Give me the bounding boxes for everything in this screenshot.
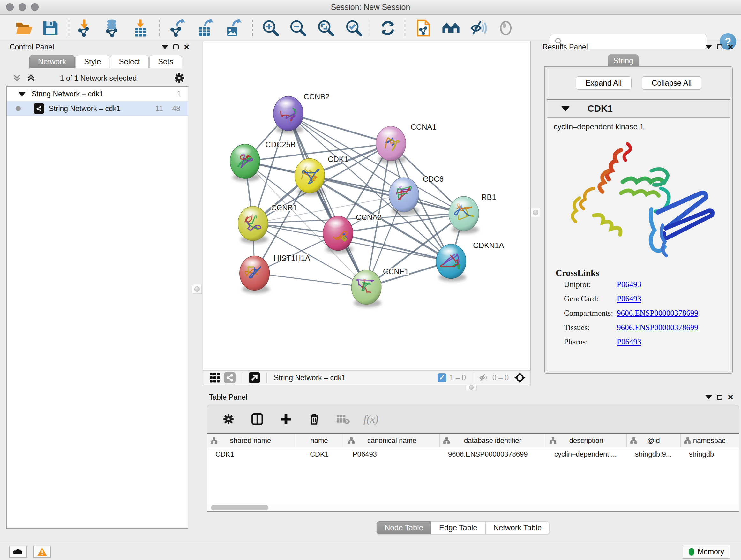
node-label-CCNB2: CCNB2 bbox=[304, 92, 329, 101]
create-column-button[interactable] bbox=[277, 413, 294, 426]
collapse-all-button[interactable]: Collapse All bbox=[642, 76, 701, 90]
show-columns-button[interactable] bbox=[249, 413, 266, 426]
node-label-RB1: RB1 bbox=[481, 193, 496, 201]
tab-string[interactable]: String bbox=[608, 54, 638, 67]
crosslink-label: Compartments: bbox=[564, 309, 617, 318]
crosslink-compartments-link[interactable]: 9606.ENSP00000378699 bbox=[617, 309, 698, 318]
collapse-triangle-icon[interactable] bbox=[18, 91, 26, 97]
table-panel-collapse-button[interactable] bbox=[703, 392, 714, 402]
network-tree: String Network – cdk1 1 String Network –… bbox=[6, 86, 188, 529]
delete-column-button[interactable] bbox=[306, 413, 323, 426]
crosslink-tissues-link[interactable]: 9606.ENSP00000378699 bbox=[617, 323, 698, 332]
delete-table-button[interactable] bbox=[334, 414, 352, 425]
column-header-canonical-name[interactable]: canonical name bbox=[344, 434, 440, 447]
memory-button[interactable]: Memory bbox=[683, 545, 730, 559]
results-panel-float-button[interactable] bbox=[714, 42, 725, 52]
column-header-name[interactable]: name bbox=[294, 434, 344, 447]
table-horizontal-scrollbar[interactable] bbox=[208, 505, 738, 510]
network-edge-CCNB2-CCNA1[interactable] bbox=[288, 114, 391, 144]
column-header-id[interactable]: @id bbox=[627, 434, 681, 447]
network-node-HIST1H1A[interactable]: HIST1H1A bbox=[240, 254, 310, 294]
open-in-string-button[interactable] bbox=[247, 372, 262, 383]
network-node-CCNE1[interactable]: CCNE1 bbox=[351, 267, 409, 307]
gene-description: cyclin–dependent kinase 1 bbox=[554, 122, 730, 131]
crosslink-uniprot-link[interactable]: P06493 bbox=[617, 280, 641, 289]
birds-eye-view-button[interactable] bbox=[512, 372, 528, 384]
zoom-in-button[interactable] bbox=[260, 17, 281, 39]
network-graph[interactable]: CCNB2CCNA1CDC25BCDK1CDC6RB1CCNB1CCNA2CDK… bbox=[203, 41, 530, 370]
file-network-app-button[interactable] bbox=[413, 17, 434, 39]
export-image-button[interactable] bbox=[223, 17, 244, 39]
network-collection-row[interactable]: String Network – cdk1 1 bbox=[7, 86, 188, 101]
tab-network[interactable]: Network bbox=[29, 55, 75, 68]
network-edge-HIST1H1A-CCNE1[interactable] bbox=[255, 273, 366, 287]
network-node-CCNB1[interactable]: CCNB1 bbox=[238, 203, 297, 244]
refresh-network-button[interactable] bbox=[377, 17, 398, 39]
import-network-file-button[interactable] bbox=[74, 17, 95, 39]
save-icon bbox=[41, 19, 59, 37]
network-node-CDC6[interactable]: CDC6 bbox=[389, 175, 444, 215]
control-panel: Control Panel × NetworkStyleSelectSets 1… bbox=[2, 42, 195, 542]
table-panel-float-button[interactable] bbox=[714, 392, 725, 402]
zoom-fit-button[interactable] bbox=[315, 17, 336, 39]
results-buttons-box: Expand All Collapse All bbox=[547, 69, 731, 98]
column-header-database-identifier[interactable]: database identifier bbox=[440, 434, 546, 447]
network-node-RB1[interactable]: RB1 bbox=[449, 193, 496, 234]
warnings-button[interactable] bbox=[33, 546, 51, 558]
import-network-database-button[interactable] bbox=[101, 17, 122, 39]
crosslink-genecard-link[interactable]: P06493 bbox=[617, 294, 641, 303]
show-graphics-button[interactable] bbox=[495, 17, 516, 39]
crosslink-pharos-link[interactable]: P06493 bbox=[617, 337, 641, 347]
control-panel-collapse-button[interactable] bbox=[159, 42, 171, 52]
column-header-shared-name[interactable]: shared name bbox=[207, 434, 294, 447]
gene-entry-header[interactable]: CDK1 bbox=[547, 100, 730, 118]
share-icon bbox=[224, 372, 235, 383]
results-panel-collapse-button[interactable] bbox=[703, 42, 714, 52]
node-label-CCNA2: CCNA2 bbox=[356, 213, 382, 222]
vertical-splitter-grip[interactable] bbox=[192, 284, 202, 294]
network-node-CDKN1A[interactable]: CDKN1A bbox=[436, 241, 504, 282]
control-panel-close-button[interactable]: × bbox=[181, 42, 192, 52]
zoom-selected-button[interactable] bbox=[343, 17, 364, 39]
column-header-description[interactable]: description bbox=[546, 434, 627, 447]
network-options-gear-icon[interactable] bbox=[173, 71, 186, 85]
string-style-button[interactable] bbox=[222, 372, 238, 383]
collapse-triangle-icon[interactable] bbox=[561, 106, 569, 111]
table-row[interactable]: CDK1 CDK1 P06493 9606.ENSP00000378699 cy… bbox=[207, 447, 739, 461]
node-label-CDC6: CDC6 bbox=[423, 175, 444, 183]
node-label-CDC25B: CDC25B bbox=[266, 140, 295, 149]
scrollbar-thumb[interactable] bbox=[211, 505, 268, 510]
save-session-button[interactable] bbox=[40, 17, 61, 39]
column-header-namespace[interactable]: namespac bbox=[681, 434, 738, 447]
table-panel-close-button[interactable]: × bbox=[725, 392, 736, 402]
database-icon bbox=[103, 19, 121, 37]
network-node-CCNB2[interactable]: CCNB2 bbox=[273, 92, 330, 134]
string-home-button[interactable] bbox=[441, 17, 461, 39]
expand-all-button[interactable]: Expand All bbox=[576, 76, 631, 90]
control-panel-float-button[interactable] bbox=[171, 42, 181, 52]
tab-style[interactable]: Style bbox=[75, 55, 110, 68]
horizontal-splitter-grip[interactable] bbox=[466, 384, 477, 390]
tab-edge-table[interactable]: Edge Table bbox=[431, 521, 485, 534]
tab-node-table[interactable]: Node Table bbox=[377, 521, 431, 534]
tab-sets[interactable]: Sets bbox=[149, 55, 182, 68]
hide-graphics-button[interactable] bbox=[468, 17, 489, 39]
table-options-gear-button[interactable] bbox=[220, 413, 237, 426]
import-table-file-button[interactable] bbox=[130, 17, 151, 39]
export-network-button[interactable] bbox=[167, 17, 188, 39]
results-panel-close-button[interactable]: × bbox=[725, 42, 736, 52]
open-session-button[interactable] bbox=[13, 17, 35, 39]
eye-slash-icon bbox=[469, 19, 488, 37]
selected-indicator-checkbox[interactable]: ✓ bbox=[437, 373, 447, 382]
tab-select[interactable]: Select bbox=[110, 55, 149, 68]
cloud-status-button[interactable] bbox=[9, 546, 27, 558]
network-node-CDK1[interactable]: CDK1 bbox=[294, 155, 348, 196]
export-table-button[interactable] bbox=[195, 17, 216, 39]
show-grid-button[interactable] bbox=[207, 372, 222, 383]
network-row[interactable]: String Network – cdk1 11 48 bbox=[7, 101, 188, 116]
zoom-out-button[interactable] bbox=[287, 17, 309, 39]
zoom-out-icon bbox=[289, 19, 307, 37]
network-canvas[interactable]: CCNB2CCNA1CDC25BCDK1CDC6RB1CCNB1CCNA2CDK… bbox=[203, 41, 531, 370]
crosslink-label: GeneCard: bbox=[564, 294, 617, 303]
tab-network-table[interactable]: Network Table bbox=[485, 521, 550, 534]
